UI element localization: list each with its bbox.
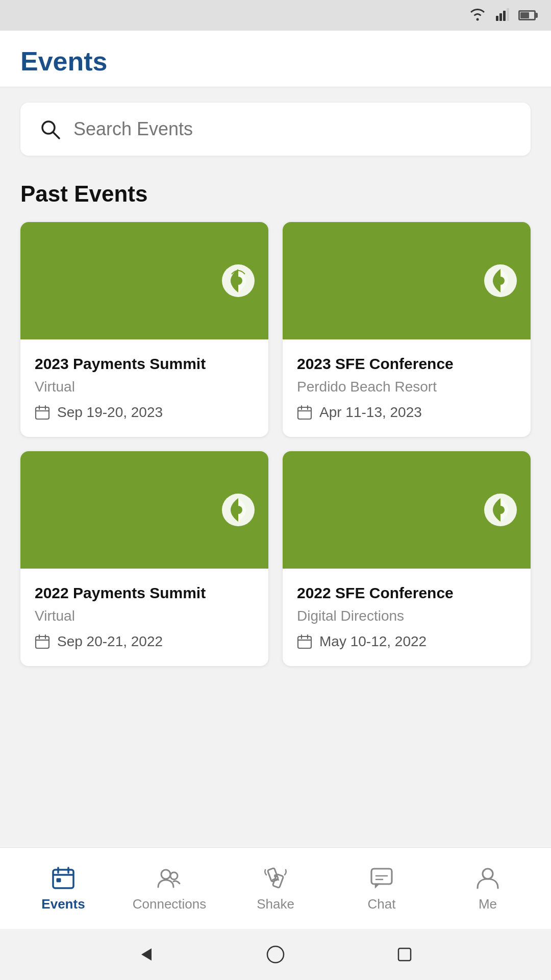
svg-point-35 — [161, 870, 170, 879]
calendar-icon-3 — [35, 634, 50, 649]
events-nav-icon — [50, 865, 77, 891]
nav-item-me[interactable]: Me — [435, 865, 541, 912]
event-name-4: 2022 SFE Conference — [297, 583, 516, 603]
svg-rect-20 — [36, 636, 49, 648]
svg-point-45 — [267, 946, 284, 963]
svg-rect-26 — [298, 636, 311, 648]
event-card-2[interactable]: 2023 SFE Conference Perdido Beach Resort… — [283, 222, 531, 437]
event-card-image-4 — [283, 451, 531, 569]
svg-point-25 — [496, 506, 505, 514]
svg-rect-14 — [298, 407, 311, 419]
svg-marker-44 — [141, 948, 152, 961]
event-card-body-3: 2022 Payments Summit Virtual Sep 20-21, … — [20, 569, 268, 666]
bottom-nav: Events Connections Shake — [0, 847, 551, 929]
connections-nav-icon — [156, 865, 183, 891]
wifi-icon — [468, 8, 487, 23]
event-card-image-1 — [20, 222, 268, 339]
events-grid: 2023 Payments Summit Virtual Sep 19-20, … — [20, 222, 531, 666]
svg-point-19 — [234, 506, 242, 514]
svg-rect-1 — [499, 13, 502, 21]
search-icon — [39, 118, 61, 140]
shake-nav-label: Shake — [257, 896, 294, 912]
battery-icon — [518, 10, 536, 20]
event-date-2: Apr 11-13, 2023 — [297, 404, 516, 421]
signal-icon — [496, 8, 509, 23]
event-name-1: 2023 Payments Summit — [35, 354, 254, 374]
system-nav-bar — [0, 929, 551, 980]
calendar-icon-4 — [297, 634, 312, 649]
me-nav-label: Me — [479, 896, 497, 912]
event-name-3: 2022 Payments Summit — [35, 583, 254, 603]
event-card-body-4: 2022 SFE Conference Digital Directions M… — [283, 569, 531, 666]
nav-item-shake[interactable]: Shake — [222, 865, 329, 912]
event-card-body-2: 2023 SFE Conference Perdido Beach Resort… — [283, 339, 531, 437]
svg-rect-34 — [57, 878, 61, 882]
event-date-text-4: May 10-12, 2022 — [319, 633, 427, 650]
past-events-title: Past Events — [20, 181, 531, 207]
svg-point-7 — [234, 277, 242, 285]
svg-point-43 — [483, 869, 493, 879]
nav-item-connections[interactable]: Connections — [116, 865, 222, 912]
event-date-1: Sep 19-20, 2023 — [35, 404, 254, 421]
calendar-icon-2 — [297, 405, 312, 420]
event-card-4[interactable]: 2022 SFE Conference Digital Directions M… — [283, 451, 531, 666]
chat-nav-icon — [368, 865, 395, 891]
event-card-1[interactable]: 2023 Payments Summit Virtual Sep 19-20, … — [20, 222, 268, 437]
event-date-text-2: Apr 11-13, 2023 — [319, 404, 422, 421]
shake-nav-icon — [262, 865, 289, 891]
event-card-body-1: 2023 Payments Summit Virtual Sep 19-20, … — [20, 339, 268, 437]
me-nav-icon — [474, 865, 501, 891]
home-button[interactable] — [264, 943, 287, 966]
svg-rect-30 — [53, 870, 73, 888]
event-name-2: 2023 SFE Conference — [297, 354, 516, 374]
event-date-4: May 10-12, 2022 — [297, 633, 516, 650]
svg-rect-2 — [503, 11, 506, 21]
svg-rect-0 — [496, 16, 498, 21]
event-card-3[interactable]: 2022 Payments Summit Virtual Sep 20-21, … — [20, 451, 268, 666]
page-title: Events — [20, 46, 531, 77]
calendar-icon-1 — [35, 405, 50, 420]
main-content: Past Events 2023 Payments Summit Virtual — [0, 87, 551, 899]
event-location-2: Perdido Beach Resort — [297, 379, 516, 395]
svg-line-5 — [53, 132, 59, 138]
events-nav-label: Events — [41, 896, 85, 912]
svg-rect-3 — [507, 8, 509, 21]
svg-rect-8 — [36, 407, 49, 419]
connections-nav-label: Connections — [133, 896, 207, 912]
back-button[interactable] — [135, 943, 158, 966]
status-bar — [0, 0, 551, 31]
event-card-image-2 — [283, 222, 531, 339]
svg-rect-46 — [398, 948, 411, 961]
svg-point-36 — [170, 872, 178, 879]
recents-button[interactable] — [393, 943, 416, 966]
chat-nav-label: Chat — [368, 896, 396, 912]
event-date-3: Sep 20-21, 2022 — [35, 633, 254, 650]
event-location-1: Virtual — [35, 379, 254, 395]
event-location-4: Digital Directions — [297, 608, 516, 624]
header: Events — [0, 31, 551, 87]
event-card-image-3 — [20, 451, 268, 569]
nav-item-chat[interactable]: Chat — [329, 865, 435, 912]
svg-point-39 — [274, 874, 277, 877]
event-date-text-1: Sep 19-20, 2023 — [57, 404, 163, 421]
search-input[interactable] — [73, 118, 512, 140]
svg-point-13 — [496, 277, 505, 285]
event-date-text-3: Sep 20-21, 2022 — [57, 633, 163, 650]
event-location-3: Virtual — [35, 608, 254, 624]
nav-item-events[interactable]: Events — [10, 865, 116, 912]
search-bar[interactable] — [20, 103, 531, 156]
